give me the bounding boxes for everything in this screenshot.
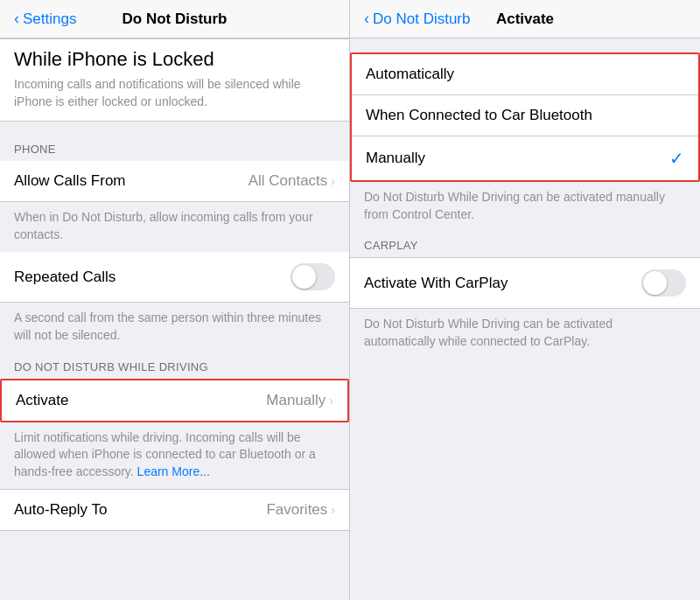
activate-row[interactable]: Activate Manually › — [0, 379, 349, 422]
activate-value: Manually — [266, 392, 326, 409]
activate-description: Limit notifications while driving. Incom… — [0, 422, 349, 490]
allow-calls-value: All Contacts — [248, 172, 328, 190]
left-nav-bar: ‹ Settings Do Not Disturb — [0, 0, 349, 38]
back-label: Settings — [23, 10, 76, 28]
allow-calls-row[interactable]: Allow Calls From All Contacts › — [0, 161, 349, 202]
repeated-calls-label: Repeated Calls — [14, 269, 116, 286]
repeated-calls-desc: A second call from the same person withi… — [0, 303, 349, 352]
locked-section: While iPhone is Locked Incoming calls an… — [0, 38, 349, 122]
carplay-toggle-knob — [643, 271, 667, 295]
repeated-calls-row: Repeated Calls — [0, 252, 349, 303]
right-nav-title: Activate — [496, 10, 554, 28]
locked-title: While iPhone is Locked — [14, 48, 335, 71]
auto-reply-value: Favorites — [266, 501, 327, 519]
carplay-section-header: CARPLAY — [350, 232, 700, 257]
locked-subtitle: Incoming calls and notifications will be… — [14, 76, 335, 110]
left-content: While iPhone is Locked Incoming calls an… — [0, 38, 349, 600]
right-back-button[interactable]: ‹ Do Not Disturb — [364, 10, 470, 28]
option-car-bluetooth-label: When Connected to Car Bluetooth — [366, 107, 592, 124]
option-manually-label: Manually — [366, 150, 425, 167]
back-button[interactable]: ‹ Settings — [14, 10, 76, 28]
allow-calls-label: Allow Calls From — [14, 172, 126, 190]
right-back-chevron-icon: ‹ — [364, 10, 369, 28]
carplay-row: Activate With CarPlay — [350, 257, 700, 309]
auto-reply-label: Auto-Reply To — [14, 501, 107, 519]
right-nav-bar: ‹ Do Not Disturb Activate — [350, 0, 700, 38]
back-chevron-icon: ‹ — [14, 10, 19, 28]
option-automatically-label: Automatically — [366, 66, 454, 83]
auto-reply-value-container: Favorites › — [266, 501, 335, 519]
options-section: Automatically When Connected to Car Blue… — [350, 45, 700, 182]
carplay-toggle[interactable] — [641, 269, 686, 297]
left-nav-title: Do Not Disturb — [122, 10, 228, 28]
learn-more-link[interactable]: Learn More... — [137, 464, 210, 478]
activate-label: Activate — [16, 392, 68, 409]
toggle-knob — [292, 265, 316, 289]
activate-value-container: Manually › — [266, 392, 333, 409]
options-card: Automatically When Connected to Car Blue… — [350, 52, 700, 182]
option-manually[interactable]: Manually ✓ — [352, 136, 698, 180]
option-automatically[interactable]: Automatically — [352, 54, 698, 95]
allow-calls-chevron-icon: › — [331, 174, 335, 188]
dnd-driving-header: DO NOT DISTURB WHILE DRIVING — [0, 353, 349, 379]
allow-calls-value-container: All Contacts › — [248, 172, 335, 190]
repeated-calls-toggle[interactable] — [290, 263, 335, 290]
manually-description: Do Not Disturb While Driving can be acti… — [350, 182, 700, 232]
left-panel: ‹ Settings Do Not Disturb While iPhone i… — [0, 0, 350, 600]
right-back-label: Do Not Disturb — [373, 10, 470, 28]
checkmark-icon: ✓ — [669, 148, 684, 169]
option-car-bluetooth[interactable]: When Connected to Car Bluetooth — [352, 95, 698, 136]
allow-calls-desc: When in Do Not Disturb, allow incoming c… — [0, 202, 349, 252]
carplay-label: Activate With CarPlay — [364, 275, 508, 292]
activate-chevron-icon: › — [329, 394, 333, 408]
phone-section-header: PHONE — [0, 136, 349, 161]
auto-reply-row[interactable]: Auto-Reply To Favorites › — [0, 489, 349, 531]
carplay-description: Do Not Disturb While Driving can be acti… — [350, 309, 700, 359]
right-panel: ‹ Do Not Disturb Activate Automatically … — [350, 0, 700, 600]
auto-reply-chevron-icon: › — [331, 503, 335, 517]
